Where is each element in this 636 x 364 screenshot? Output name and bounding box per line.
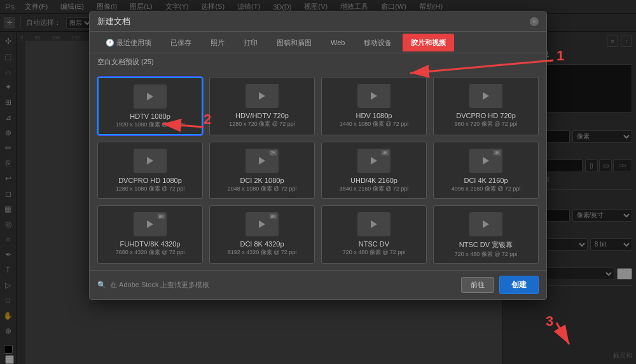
tab-print-label: 打印 <box>244 38 258 48</box>
preset-dvcpro-720p[interactable]: DVCPRO HD 720p 960 x 720 像素 @ 72 ppi <box>433 77 539 135</box>
tab-bar: 🕐 最近使用项 已保存 照片 打印 图稿和插图 Web 移动设备 胶片和视 <box>90 32 546 53</box>
preset-name-3: DVCPRO HD 720p <box>456 112 516 119</box>
prev-button[interactable]: 前往 <box>461 277 494 293</box>
preset-desc-0: 1920 x 1080 像素 @ 72 ppi <box>116 121 185 129</box>
preset-name-1: HDV/HDTV 720p <box>235 112 289 119</box>
play-icon-dvcpro720 <box>483 92 489 100</box>
tab-mobile-label: 移动设备 <box>364 38 392 48</box>
preset-name-10: NTSC DV <box>359 240 389 248</box>
clock-icon: 🕐 <box>106 39 114 47</box>
tab-mobile[interactable]: 移动设备 <box>356 34 400 51</box>
tab-artboard[interactable]: 图稿和插图 <box>268 34 320 51</box>
tab-web-label: Web <box>331 39 345 46</box>
search-icon: 🔍 <box>97 281 106 289</box>
preset-ntsc-dv[interactable]: NTSC DV 720 x 480 像素 @ 72 ppi <box>321 205 427 264</box>
badge-2k: 2K <box>269 150 277 156</box>
preset-name-5: DCI 2K 1080p <box>240 177 284 184</box>
tab-film[interactable]: 胶片和视频 <box>403 34 454 51</box>
tab-photo-label: 照片 <box>211 38 225 48</box>
tab-artboard-label: 图稿和插图 <box>277 38 312 48</box>
preset-icon-hdtv <box>134 84 167 109</box>
play-icon-dci8k <box>259 220 265 228</box>
preset-icon-dvcpro1080 <box>134 149 167 173</box>
preset-desc-4: 1280 x 1080 像素 @ 72 ppi <box>116 185 185 193</box>
create-button[interactable]: 创建 <box>499 276 539 294</box>
play-icon-hdtv <box>147 93 153 100</box>
preset-hdtv-1080p[interactable]: HDTV 1080p 1920 x 1080 像素 @ 72 ppi <box>97 77 203 135</box>
preset-desc-3: 960 x 720 像素 @ 72 ppi <box>455 121 518 128</box>
preset-dci-8k[interactable]: 8K DCI 8K 4320p 8192 x 4320 像素 @ 72 ppi <box>209 205 315 264</box>
dialog-footer: 🔍 在 Adobe Stock 上查找更多模板 前往 创建 <box>90 270 546 299</box>
section-header: 空白文档预设 (25) <box>90 53 546 71</box>
play-icon-ntsc-wide <box>483 220 489 228</box>
preset-dci-2k[interactable]: 2K DCI 2K 1080p 2048 x 1080 像素 @ 72 ppi <box>209 142 315 199</box>
preset-name-8: FUHDTV/8K 4320p <box>120 240 181 248</box>
preset-dvcpro-1080p[interactable]: DVCPRO HD 1080p 1280 x 1080 像素 @ 72 ppi <box>97 142 203 199</box>
preset-icon-ntsc <box>357 212 391 236</box>
preset-desc-6: 3840 x 2160 像素 @ 72 ppi <box>340 185 409 193</box>
tab-saved[interactable]: 已保存 <box>162 34 200 51</box>
badge-8k-1: 8K <box>157 213 165 219</box>
preset-desc-2: 1440 x 1080 像素 @ 72 ppi <box>340 121 409 128</box>
tab-recent[interactable]: 🕐 最近使用项 <box>97 34 160 51</box>
tab-print[interactable]: 打印 <box>235 34 266 51</box>
dialog-title: 新建文档 <box>97 16 130 27</box>
preset-icon-uhd4k: 4K <box>357 149 391 173</box>
preset-name-7: DCI 4K 2160p <box>464 177 508 184</box>
preset-name-0: HDTV 1080p <box>130 112 170 120</box>
tab-recent-label: 最近使用项 <box>116 38 151 48</box>
preset-icon-dci4k: 4K <box>469 149 502 173</box>
preset-hdv-1080p[interactable]: HDV 1080p 1440 x 1080 像素 @ 72 ppi <box>321 77 427 135</box>
preset-name-11: NTSC DV 宽银幕 <box>459 240 513 250</box>
preset-desc-7: 4096 x 2160 像素 @ 72 ppi <box>452 185 521 193</box>
badge-4k-1: 4K <box>381 150 389 156</box>
new-doc-dialog: 新建文档 × 🕐 最近使用项 已保存 照片 打印 图稿和插图 Web <box>89 11 547 300</box>
tab-saved-label: 已保存 <box>170 38 191 48</box>
annotation-3: 3 <box>546 313 553 330</box>
preset-icon-dci2k: 2K <box>245 149 279 173</box>
modal-overlay: 新建文档 × 🕐 最近使用项 已保存 照片 打印 图稿和插图 Web <box>0 0 636 364</box>
preset-desc-11: 720 x 480 像素 @ 72 ppi <box>455 251 518 259</box>
preset-icon-dci8k: 8K <box>245 212 279 236</box>
preset-icon-dvcpro720 <box>469 84 502 108</box>
play-icon-hdv1080 <box>371 92 377 100</box>
preset-desc-5: 2048 x 1080 像素 @ 72 ppi <box>228 185 297 193</box>
play-icon-dvcpro1080 <box>147 157 153 165</box>
preset-name-6: UHD/4K 2160p <box>350 177 398 184</box>
badge-8k-2: 8K <box>269 213 277 219</box>
preset-icon-ntsc-wide <box>469 212 502 236</box>
preset-icon-hdv1080 <box>357 84 391 108</box>
dialog-close-button[interactable]: × <box>530 17 539 26</box>
preset-name-4: DVCPRO HD 1080p <box>118 177 182 184</box>
preset-fuhdtv-8k[interactable]: 8K FUHDTV/8K 4320p 7680 x 4320 像素 @ 72 p… <box>97 205 203 264</box>
play-icon-ntsc <box>371 220 377 228</box>
tab-web[interactable]: Web <box>322 34 353 51</box>
play-icon-dci4k <box>483 157 489 165</box>
svg-line-5 <box>556 323 569 344</box>
dialog-titlebar: 新建文档 × <box>90 12 546 32</box>
search-area: 🔍 在 Adobe Stock 上查找更多模板 <box>97 280 210 290</box>
preset-hdv-720p[interactable]: HDV/HDTV 720p 1280 x 720 像素 @ 72 ppi <box>209 77 315 135</box>
tab-photo[interactable]: 照片 <box>202 34 233 51</box>
preset-ntsc-dv-wide[interactable]: NTSC DV 宽银幕 720 x 480 像素 @ 72 ppi <box>433 205 539 264</box>
preset-icon-hdv720 <box>245 84 279 108</box>
play-icon-uhd4k <box>371 157 377 165</box>
preset-desc-8: 7680 x 4320 像素 @ 72 ppi <box>116 249 185 257</box>
preset-grid: HDTV 1080p 1920 x 1080 像素 @ 72 ppi HDV/H… <box>90 71 546 270</box>
play-icon-dci2k <box>259 157 265 165</box>
preset-name-2: HDV 1080p <box>356 112 392 119</box>
preset-desc-10: 720 x 480 像素 @ 72 ppi <box>343 249 406 257</box>
play-icon-fuhdtv <box>147 220 153 228</box>
tab-film-label: 胶片和视频 <box>411 38 446 48</box>
preset-name-9: DCI 8K 4320p <box>240 240 284 248</box>
search-placeholder-text: 在 Adobe Stock 上查找更多模板 <box>110 280 210 290</box>
play-icon-hdv720 <box>259 92 265 100</box>
annotation-1: 1 <box>556 48 564 64</box>
preset-dci-4k[interactable]: 4K DCI 4K 2160p 4096 x 2160 像素 @ 72 ppi <box>433 142 539 199</box>
preset-uhd-4k[interactable]: 4K UHD/4K 2160p 3840 x 2160 像素 @ 72 ppi <box>321 142 427 199</box>
preset-desc-1: 1280 x 720 像素 @ 72 ppi <box>229 121 295 128</box>
badge-4k-2: 4K <box>493 150 501 156</box>
preset-desc-9: 8192 x 4320 像素 @ 72 ppi <box>228 249 297 257</box>
preset-icon-fuhdtv: 8K <box>134 212 167 236</box>
